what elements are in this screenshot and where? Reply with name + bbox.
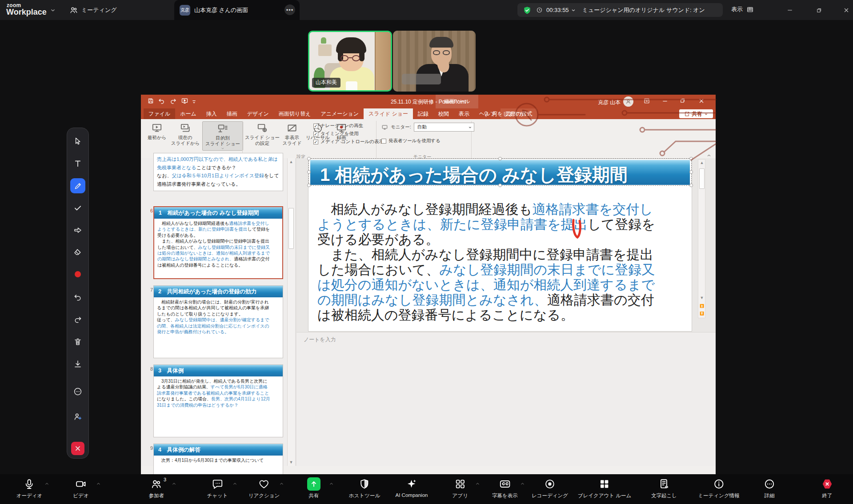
annotation-tool-pen-icon[interactable]	[70, 178, 85, 193]
ribbon-button-目的別-スライド ショー[interactable]: 目的別スライド ショー	[202, 121, 243, 151]
selection-handle[interactable]	[498, 157, 502, 160]
ppt-close-button[interactable]	[698, 97, 705, 104]
annotation-tool-undo-icon[interactable]	[73, 293, 83, 302]
ribbon-tab-5[interactable]: デザイン	[242, 108, 274, 119]
ribbon-tab-8[interactable]: スライド ショー	[364, 108, 413, 119]
ribbon-display-options-icon[interactable]	[643, 97, 650, 104]
annotation-tool-add-person-icon[interactable]	[73, 412, 83, 421]
ppt-minimize-button[interactable]	[661, 97, 669, 104]
slide-scroll-up-icon[interactable]: ▲	[699, 160, 705, 165]
annotation-tool-eraser-icon[interactable]	[73, 248, 83, 257]
annotation-tool-redo-icon[interactable]	[73, 315, 83, 324]
ppt-share-button[interactable]: 共有	[679, 109, 713, 118]
ribbon-button-最初から[interactable]: 最初から	[144, 121, 169, 140]
slide-thumbnail-5-partial[interactable]: 売上高は1,000万円以下なので、相続人である私と弟は免税事業者となることはでき…	[153, 153, 283, 191]
slide[interactable]: 1 相続があった場合の みなし登録期間 相続人がみなし登録期間経過後も適格請求書…	[308, 159, 692, 331]
ribbon-tab-9[interactable]: 記録	[413, 108, 433, 119]
toolbar-video-chevron-icon[interactable]	[96, 481, 101, 486]
checkbox-タイミングを使用[interactable]: ✓タイミングを使用	[313, 131, 358, 137]
toolbar-participants-chevron-icon[interactable]	[172, 481, 176, 486]
next-slide-button[interactable]: ⏬	[699, 312, 705, 316]
toolbar-meeting-info-button[interactable]: ミーティング情報	[698, 477, 739, 499]
scroll-down-icon[interactable]: ▼	[288, 460, 294, 464]
ribbon-button-非表示-スライド[interactable]: 非表示スライド	[280, 121, 304, 146]
thumbnail-scrollbar-thumb[interactable]	[288, 208, 294, 249]
checkbox-メディア コントロールの表示[interactable]: ✓メディア コントロールの表示	[313, 139, 384, 145]
toolbar-apps-button[interactable]: アプリ	[452, 477, 468, 499]
selection-handle[interactable]	[689, 170, 693, 174]
toolbar-audio-button[interactable]: オーディオ	[16, 477, 43, 499]
ribbon-tab-3[interactable]: 挿入	[201, 108, 222, 119]
checkbox-ナレーションの再生[interactable]: ✓ナレーションの再生	[313, 123, 363, 129]
scroll-up-icon[interactable]: ▲	[288, 160, 294, 164]
ribbon-tab-7[interactable]: アニメーション	[316, 108, 364, 119]
toolbar-chat-button[interactable]: チャット	[207, 477, 228, 499]
selection-handle[interactable]	[689, 184, 693, 187]
slide-editing-canvas[interactable]: 1 相続があった場合の みなし登録期間 相続人がみなし登録期間経過後も適格請求書…	[296, 158, 708, 331]
annotation-tool-save-icon[interactable]	[73, 360, 83, 369]
ribbon-tab-1[interactable]: ファイル	[144, 108, 175, 119]
toolbar-transcript-button[interactable]: 文字起こし	[651, 477, 677, 499]
annotation-tool-arrow-stamp-icon[interactable]	[73, 226, 83, 235]
screen-tab-more-icon[interactable]: •••	[284, 4, 295, 15]
annotation-tool-color-icon[interactable]	[73, 270, 83, 279]
annotation-tool-check-icon[interactable]	[73, 204, 83, 213]
annotation-tool-close-icon[interactable]	[71, 442, 84, 455]
ribbon-collapse-icon[interactable]	[706, 153, 712, 158]
timer-chevron-icon[interactable]	[571, 8, 576, 13]
ribbon-tab-2[interactable]: ホーム	[175, 108, 201, 119]
security-shield-icon[interactable]	[523, 6, 532, 15]
toolbar-reactions-button[interactable]: リアクション	[248, 477, 280, 499]
selection-handle[interactable]	[307, 170, 311, 174]
slide-body-text[interactable]: 相続人がみなし登録期間経過後も適格請求書を交付しようとするときは、新たに登録申請…	[317, 202, 686, 323]
tell-me-box[interactable]: 何をしますか	[483, 108, 525, 119]
toolbar-share-chevron-icon[interactable]	[329, 481, 334, 486]
monitor-dropdown[interactable]: 自動	[414, 123, 474, 132]
toolbar-reactions-chevron-icon[interactable]	[279, 481, 284, 486]
presenter-tools-checkbox[interactable]: 発表者ツールを使用する	[381, 138, 441, 144]
ribbon-tab-4[interactable]: 描画	[222, 108, 242, 119]
toolbar-breakout-rooms-button[interactable]: ブレイクアウト ルーム	[578, 477, 632, 499]
ribbon-tab-11[interactable]: 表示	[454, 108, 474, 119]
toolbar-ai-companion-button[interactable]: AI Companion	[396, 477, 428, 498]
previous-slide-button[interactable]: ⏫	[699, 304, 705, 308]
selection-handle[interactable]	[689, 157, 693, 160]
slide-thumbnail-8[interactable]: 3 具体例 3月31日に相続が発生し、相続人である長男と次男による遺産分割協議の…	[153, 364, 283, 437]
slide-thumbnail-7[interactable]: 2 共同相続があった場合の登録の効力 相続財産が未分割の場合には、財産の分割が実…	[153, 285, 283, 358]
selection-handle[interactable]	[498, 184, 502, 187]
notes-pane[interactable]: ノートを入力	[296, 332, 716, 466]
window-minimize-button[interactable]	[785, 5, 795, 16]
slide-thumbnail-6[interactable]: 1 相続があった場合の みなし登録期間 相続人がみなし登録期間経過後も適格請求書…	[153, 206, 283, 279]
workspace-chevron-icon[interactable]	[50, 7, 56, 13]
selection-handle[interactable]	[307, 157, 311, 160]
toolbar-apps-chevron-icon[interactable]	[475, 481, 480, 486]
annotation-tool-more-icon[interactable]	[73, 387, 83, 396]
ppt-user-avatar[interactable]	[623, 96, 633, 107]
ribbon-tab-10[interactable]: 校閲	[433, 108, 454, 119]
tab-shared-screen[interactable]: 克彦 山本克彦 さんの画面 •••	[174, 0, 300, 20]
ppt-restore-button[interactable]	[679, 97, 686, 104]
slide-scrollbar-thumb[interactable]	[699, 168, 705, 189]
ribbon-button-スライド ショー-の設定[interactable]: スライド ショーの設定	[246, 121, 279, 146]
toolbar-video-button[interactable]: ビデオ	[73, 477, 88, 499]
toolbar-captions-chevron-icon[interactable]	[520, 481, 525, 486]
video-participant-1[interactable]: 山本和美	[308, 31, 392, 92]
window-close-button[interactable]	[841, 5, 852, 16]
video-participant-2[interactable]	[393, 31, 476, 92]
toolbar-share-button[interactable]: 共有	[307, 477, 320, 499]
original-sound-status[interactable]: ミュージシャン用のオリジナル サウンド: オン	[582, 6, 705, 14]
annotation-tool-trash-icon[interactable]	[73, 337, 83, 347]
toolbar-leave-button[interactable]: 終了	[821, 477, 833, 499]
ribbon-button-現在の-スライドから[interactable]: 現在のスライドから	[170, 121, 200, 146]
toolbar-participants-button[interactable]: 参加者	[149, 477, 164, 499]
toolbar-recording-button[interactable]: レコーディング	[532, 477, 568, 499]
toolbar-host-tools-button[interactable]: ホストツール	[349, 477, 380, 499]
window-restore-button[interactable]	[813, 5, 824, 16]
thumbnail-scrollbar[interactable]: ▲ ▼	[287, 158, 295, 466]
annotation-tool-text-icon[interactable]	[73, 159, 83, 168]
ribbon-tab-6[interactable]: 画面切り替え	[274, 108, 316, 119]
selection-handle[interactable]	[307, 184, 311, 187]
view-button[interactable]: 表示	[731, 5, 754, 13]
toolbar-audio-chevron-icon[interactable]	[44, 481, 49, 486]
tab-meeting[interactable]: ミーティング	[69, 0, 117, 20]
